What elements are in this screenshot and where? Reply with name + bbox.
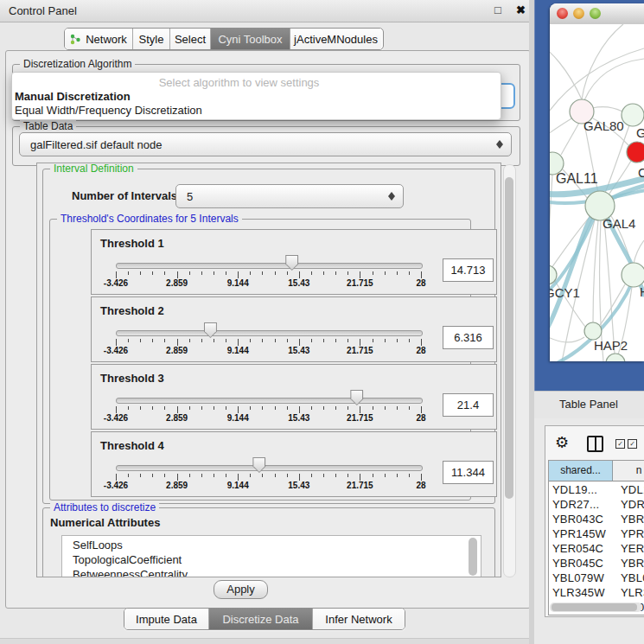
threshold-label: Threshold 1 [100, 237, 164, 250]
node-label: HAP2 [594, 338, 628, 353]
float-window-icon[interactable]: □ [494, 3, 501, 16]
group-title: Interval Definition [50, 163, 137, 175]
number-of-intervals-label: Number of Intervals [72, 189, 177, 202]
slider-tick-labels: -3.4262.8599.14415.4321.71528 [116, 278, 421, 289]
network-edge[interactable] [582, 24, 623, 99]
network-node[interactable] [606, 354, 625, 361]
network-node[interactable] [622, 104, 644, 126]
settings-scroll-viewport: Interval Definition Number of Intervals … [36, 163, 501, 577]
node-label: C [638, 165, 644, 180]
threshold-value-field[interactable]: 11.344 [443, 461, 494, 484]
table-data-combobox[interactable]: galFiltered.sif default node [19, 132, 512, 156]
threshold-label: Threshold 3 [100, 372, 164, 385]
dropdown-item-manual-discretization[interactable]: Manual Discretization [15, 90, 131, 103]
gear-icon[interactable]: ⚙ [555, 433, 569, 452]
numerical-attributes-label: Numerical Attributes [50, 516, 160, 529]
table-row[interactable]: YDL19...YDL1 [549, 482, 644, 497]
tab-impute-data[interactable]: Impute Data [124, 609, 209, 629]
close-panel-icon[interactable]: ✖ [516, 3, 526, 16]
tick-label: 21.715 [347, 278, 373, 288]
tab-discretize-data[interactable]: Discretize Data [209, 609, 313, 629]
tick-label: -3.426 [104, 346, 128, 355]
numerical-attributes-list[interactable]: SelfLoops TopologicalCoefficient Between… [61, 535, 481, 577]
settings-scrollbar-thumb[interactable] [505, 177, 513, 499]
checkbox-icon[interactable] [628, 439, 637, 449]
combobox-value: 5 [176, 190, 387, 203]
table-row[interactable]: YDR27...YDR2 [549, 497, 644, 512]
table-row[interactable]: YER054CYER0 [549, 541, 644, 556]
table-horizontal-scrollbar-thumb[interactable] [552, 603, 637, 611]
tab-label: Impute Data [136, 613, 197, 626]
threshold-value-field[interactable]: 21.4 [443, 393, 494, 417]
threshold-value-field[interactable]: 14.713 [443, 258, 494, 282]
close-window-icon[interactable] [557, 8, 568, 19]
tab-cyni-toolbox[interactable]: Cyni Toolbox [211, 29, 290, 49]
control-panel-titlebar [0, 0, 534, 22]
minimize-window-icon[interactable] [573, 8, 584, 19]
slider-ticks [116, 339, 423, 342]
tab-label: Select [175, 33, 206, 46]
table-row[interactable]: YPR145WYPR1 [549, 526, 644, 541]
table-row[interactable]: YBR043CYBR0 [549, 512, 644, 526]
network-edge[interactable] [593, 220, 598, 322]
table-row[interactable]: YBL079WYBL0 [549, 571, 644, 585]
list-scrollbar[interactable] [469, 538, 477, 576]
node-label: GAL80 [583, 118, 624, 133]
tab-label: Network [86, 33, 127, 46]
tick-label: 21.715 [347, 346, 373, 355]
tab-network[interactable]: Network [65, 29, 133, 49]
tick-label: -3.426 [104, 481, 128, 490]
number-of-intervals-combobox[interactable]: 5 [175, 184, 404, 208]
tab-infer-network[interactable]: Infer Network [313, 609, 405, 629]
column-header-name[interactable]: n [613, 461, 644, 481]
tab-select[interactable]: Select [170, 29, 211, 49]
tab-jactivemnodules[interactable]: jActiveMNodules [290, 29, 381, 49]
bottom-tab-bar: Impute Data Discretize Data Infer Networ… [124, 608, 405, 630]
table-row[interactable]: YBR045CYBR0 [549, 556, 644, 571]
tick-label: 21.715 [347, 481, 373, 490]
column-header-shared-name[interactable]: shared... [549, 461, 613, 481]
spinner-arrows-icon [387, 191, 395, 201]
dropdown-item-equal-width-frequency[interactable]: Equal Width/Frequency Discretization [15, 104, 202, 117]
tab-style[interactable]: Style [133, 29, 170, 49]
threshold-row: Threshold 4 -3.4262.8599.14415.4321.7152… [91, 431, 497, 497]
network-edge[interactable] [561, 123, 579, 155]
list-item[interactable]: TopologicalCoefficient [73, 552, 182, 567]
tick-label: 15.43 [288, 481, 309, 490]
table-horizontal-scrollbar[interactable] [550, 603, 642, 612]
window-bottom-edge [0, 638, 534, 644]
network-edge[interactable] [604, 220, 615, 354]
network-node[interactable] [584, 322, 602, 340]
slider-track[interactable] [116, 263, 423, 269]
zoom-window-icon[interactable] [590, 8, 601, 19]
apply-button[interactable]: Apply [214, 580, 268, 599]
slider-tick-labels: -3.4262.8599.14415.4321.71528 [116, 413, 421, 424]
network-node[interactable] [627, 142, 644, 163]
tick-label: 15.43 [288, 278, 309, 288]
group-title: Table Data [20, 120, 76, 132]
table-row[interactable]: YLR345WYLR3 [549, 585, 644, 600]
network-edge[interactable] [634, 240, 644, 264]
settings-scrollbar[interactable] [503, 164, 516, 577]
tick-label: 9.144 [227, 346, 249, 355]
tick-label: 28 [416, 413, 425, 423]
column-layout-icon[interactable] [587, 436, 603, 452]
network-edge[interactable] [550, 46, 582, 99]
network-edge[interactable] [550, 175, 552, 265]
network-canvas[interactable]: GAL80GCGAL11GAL4GCY1HHAP2 [550, 24, 644, 361]
network-icon [70, 34, 81, 45]
threshold-value-field[interactable]: 6.316 [443, 326, 494, 349]
list-item[interactable]: BetweennessCentrality [73, 567, 188, 577]
network-edge[interactable] [592, 107, 622, 112]
slider-track[interactable] [116, 465, 423, 471]
list-item[interactable]: SelfLoops [73, 538, 123, 552]
tick-label: 9.144 [227, 278, 249, 288]
slider-track[interactable] [116, 330, 423, 336]
tick-label: 15.43 [288, 413, 309, 423]
checkbox-icon[interactable] [615, 439, 625, 449]
network-edge[interactable] [584, 59, 644, 100]
network-node[interactable] [622, 263, 644, 287]
tick-label: -3.426 [104, 413, 128, 423]
tick-label: 2.859 [166, 346, 188, 355]
slider-track[interactable] [116, 398, 423, 404]
